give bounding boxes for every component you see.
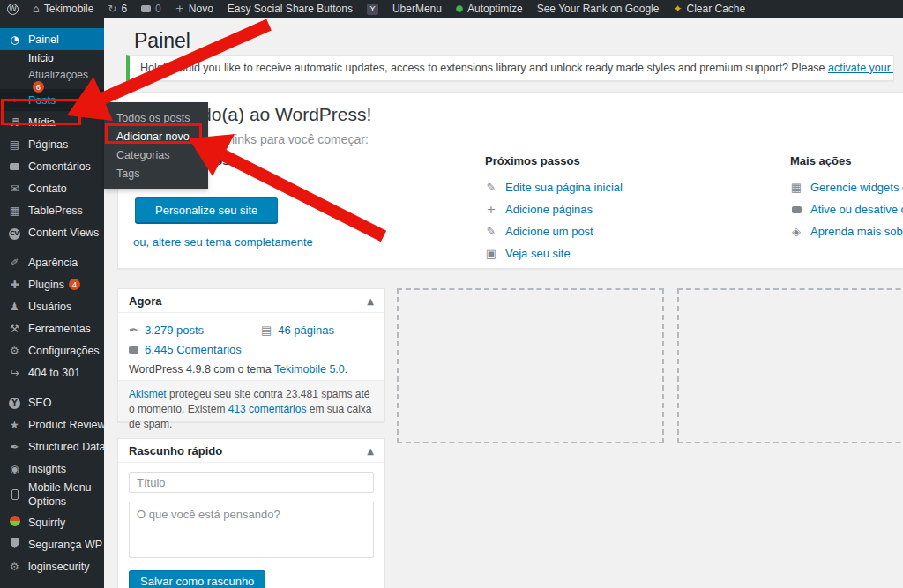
widget-body: Salvar como rascunho [118, 463, 384, 588]
notice-text: Hola! Would you like to receive automati… [140, 62, 894, 74]
updates-badge: 6 [33, 81, 44, 93]
draft-title-input[interactable] [129, 472, 374, 493]
view-site-icon: ▣ [485, 247, 497, 260]
envelope-icon: ✉ [8, 182, 21, 195]
sidebar-item-usuarios[interactable]: ♟Usuários [0, 295, 104, 317]
sidebar-item-plugins[interactable]: ✚Plugins4 [0, 273, 104, 295]
sidebar-item-seguranca-wp[interactable]: Segurança WP [0, 533, 104, 555]
table-icon: ▦ [8, 205, 21, 217]
site-name-menu[interactable]: ⌂Tekimobile [26, 0, 101, 18]
manage-widgets-link[interactable]: Gerencie widgets ou menus [810, 181, 903, 194]
sidebar-item-product-review[interactable]: ★Product Review [0, 413, 104, 435]
flyout-item-tags[interactable]: Tags [104, 164, 208, 182]
plugin-icon: ✚ [8, 279, 21, 291]
wordpress-logo-menu[interactable]: W [0, 0, 26, 18]
sidebar-item-contato[interactable]: ✉Contato [0, 177, 104, 199]
add-post-link[interactable]: Adicione um post [505, 225, 593, 238]
learn-more-link[interactable]: Aprenda mais sobre como começar [810, 225, 903, 238]
sidebar-item-midia[interactable]: ♬Mídia [0, 111, 104, 133]
submenu-item-atualizacoes[interactable]: Atualizações6 [0, 67, 104, 84]
pages-icon: ▤ [8, 138, 21, 151]
welcome-more-actions-column: Mais ações ▦Gerencie widgets ou menus At… [790, 154, 903, 242]
sidebar-item-ferramentas[interactable]: ⚒Ferramentas [0, 317, 104, 339]
welcome-panel: Bem-vindo(a) ao WordPress! Reunimos algu… [117, 92, 903, 269]
save-draft-button[interactable]: Salvar como rascunho [129, 570, 265, 588]
comments-icon [8, 160, 21, 173]
pages-count: ▤46 páginas [261, 320, 393, 339]
media-icon: ♬ [8, 116, 21, 129]
user-icon: ♟ [8, 301, 21, 313]
sidebar-item-paginas[interactable]: ▤Páginas [0, 133, 104, 155]
autoptimize-menu[interactable]: Autoptimize [449, 0, 530, 18]
next-steps-heading: Próximos passos [485, 154, 750, 167]
activation-notice: Hola! Would you like to receive automati… [126, 55, 894, 81]
edit-page-icon: ✎ [485, 181, 497, 194]
posts-count-link[interactable]: 3.279 posts [145, 324, 204, 337]
sidebar-item-content-views[interactable]: CVContent Views [0, 221, 104, 243]
sidebar-item-structured-data[interactable]: ✒Structured Data [0, 435, 104, 458]
submenu-item-inicio[interactable]: Início [0, 50, 104, 67]
sidebar-item-insights[interactable]: ◉Insights [0, 458, 104, 480]
sidebar-separator [0, 383, 104, 391]
comments-toggle-icon [790, 203, 802, 216]
empty-widget-dropzone [397, 288, 664, 443]
akismet-link[interactable]: Akismet [129, 388, 167, 400]
flyout-item-categorias[interactable]: Categorias [104, 145, 208, 164]
pages-icon: ▤ [261, 324, 272, 337]
plus-icon: + [175, 3, 184, 15]
widgets-icon: ▦ [790, 181, 802, 194]
new-content-menu[interactable]: +Novo [168, 0, 220, 18]
star-icon: ★ [8, 419, 21, 431]
squirrly-icon [8, 516, 21, 529]
draft-content-textarea[interactable] [129, 502, 374, 558]
clear-cache-icon: ✦ [673, 3, 682, 15]
sidebar-item-comentarios[interactable]: Comentários [0, 155, 104, 177]
list-item: Ative ou desative os comentários [790, 198, 903, 220]
sidebar-item-aparencia[interactable]: ✐Aparência [0, 251, 104, 273]
list-item: ▦Gerencie widgets ou menus [790, 176, 903, 198]
widget-header: Agora ▲ [118, 289, 384, 313]
rank-on-google-menu[interactable]: See Your Rank on Google [530, 0, 667, 18]
admin-bar: W ⌂Tekimobile ↻6 0 +Novo Easy Social Sha… [0, 0, 903, 18]
collapse-toggle-icon[interactable]: ▲ [367, 296, 374, 306]
updates-menu[interactable]: ↻6 [101, 0, 134, 18]
widget-title: Rascunho rápido [129, 444, 222, 458]
collapse-toggle-icon[interactable]: ▲ [367, 446, 374, 456]
posts-count: ✒3.279 posts [129, 320, 261, 339]
comments-count-link[interactable]: 6.445 Comentários [145, 343, 242, 356]
flyout-item-todos-os-posts[interactable]: Todos os posts [104, 108, 208, 127]
sidebar-separator [0, 243, 104, 251]
write-post-icon: ✎ [485, 225, 497, 238]
edit-front-page-link[interactable]: Edite sua página inicial [505, 181, 623, 194]
activate-copy-link[interactable]: activate your copy [828, 62, 894, 74]
comments-menu[interactable]: 0 [134, 0, 168, 18]
list-item: ✎Edite sua página inicial [485, 176, 750, 198]
phone-icon [8, 489, 21, 502]
sidebar-item-configuracoes[interactable]: ⚙Configurações [0, 339, 104, 361]
yoast-menu[interactable]: Y [360, 0, 385, 18]
change-theme-link[interactable]: ou, altere seu tema completamente [133, 235, 424, 249]
toggle-comments-link[interactable]: Ative ou desative os comentários [810, 203, 903, 216]
clear-cache-menu[interactable]: ✦Clear Cache [666, 0, 752, 18]
clear-cache-label: Clear Cache [687, 3, 746, 15]
essb-menu[interactable]: Easy Social Share Buttons [220, 0, 360, 18]
flyout-item-adicionar-novo[interactable]: Adicionar novo [104, 127, 208, 145]
autoptimize-status-icon [456, 5, 463, 12]
updates-count: 6 [121, 3, 127, 15]
sidebar-item-mobile-menu-options[interactable]: Mobile Menu Options [0, 480, 104, 511]
add-pages-link[interactable]: Adicione páginas [505, 203, 593, 216]
sidebar-item-painel[interactable]: ◔Painel [0, 28, 104, 50]
view-site-link[interactable]: Veja seu site [505, 247, 571, 260]
sidebar-item-404-to-301[interactable]: ↪404 to 301 [0, 361, 104, 383]
sidebar-item-squirrly[interactable]: Squirrly [0, 511, 104, 533]
content-views-icon: CV [8, 226, 21, 240]
sidebar-item-seo[interactable]: YSEO [0, 391, 104, 413]
sidebar-item-tablepress[interactable]: ▦TablePress [0, 199, 104, 221]
pages-count-link[interactable]: 46 páginas [278, 324, 334, 337]
sidebar-item-posts[interactable]: ✒Posts [0, 89, 104, 111]
ubermenu-menu[interactable]: UberMenu [385, 0, 449, 18]
sidebar-item-loginsecurity[interactable]: ⚙loginsecurity [0, 555, 104, 577]
spam-comments-link[interactable]: 413 comentários [228, 403, 307, 415]
theme-link[interactable]: Tekimobile 5.0 [274, 363, 345, 376]
customize-site-button[interactable]: Personalize seu site [135, 197, 278, 223]
